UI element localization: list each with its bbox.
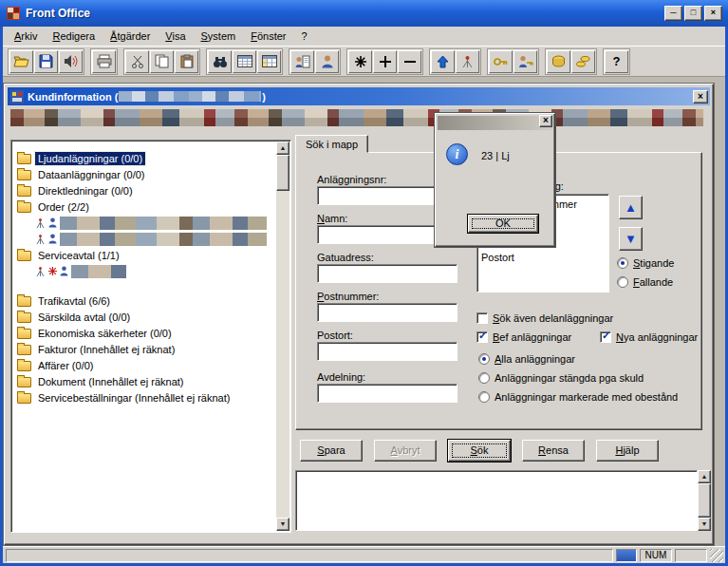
save-button[interactable] [34, 50, 58, 73]
toolbar-group-file [8, 48, 84, 75]
menu-atgarder[interactable]: Åtgärder [103, 28, 158, 45]
help-button[interactable]: ? [605, 50, 628, 73]
tree-item-order[interactable]: Order (2/2) [14, 198, 273, 215]
tree-item-servicebestallningar[interactable]: Servicebeställningar (Innehållet ej räkn… [14, 389, 273, 406]
remove-button[interactable] [398, 50, 421, 73]
menu-fonster[interactable]: Fönster [243, 28, 293, 45]
customer-card-button[interactable] [290, 50, 314, 73]
copy-icon [155, 54, 169, 68]
folder-icon [17, 296, 31, 307]
columns-icon [262, 55, 277, 67]
radio-fallande[interactable]: Fallande [617, 276, 673, 288]
avdelning-input[interactable] [317, 384, 457, 403]
folder-icon [17, 361, 31, 371]
menu-arkiv[interactable]: Arkiv [7, 28, 45, 45]
front-office-window: Front Office ─ □ × Arkiv Redigera Åtgärd… [0, 0, 728, 566]
new-item-button[interactable] [348, 50, 372, 73]
postnummer-input[interactable] [317, 303, 457, 322]
hjalp-button[interactable]: Hjälp [596, 440, 659, 462]
paste-button[interactable] [175, 50, 198, 73]
tree-item-fakturor[interactable]: Fakturor (Innehållet ej räknat) [14, 341, 273, 357]
check-icon: ✓ [478, 330, 487, 342]
toolbar-group-customer [289, 48, 341, 75]
minimize-button[interactable]: ─ [664, 6, 682, 21]
table-view-button[interactable] [233, 50, 256, 73]
scroll-thumb[interactable] [698, 483, 711, 518]
rensa-button[interactable]: Rensa [522, 440, 585, 462]
sort-move-up-button[interactable]: ▲ [619, 196, 643, 219]
tree-item-sarskilda-avtal[interactable]: Särskilda avtal (0/0) [14, 309, 273, 325]
sok-button[interactable]: Sök [448, 440, 511, 462]
resize-grip[interactable] [710, 549, 723, 562]
checkbox-delanlaggningar[interactable]: ✓ Sök även delanläggningar [476, 312, 613, 324]
radio-alla-anlaggningar[interactable]: Alla anläggningar [478, 353, 575, 365]
maximize-button[interactable]: □ [684, 6, 702, 21]
payment-button[interactable] [571, 50, 595, 73]
scroll-up-button[interactable]: ▲ [276, 142, 289, 155]
toolbar-group-help: ? [603, 48, 630, 75]
move-up-button[interactable] [431, 50, 455, 73]
tree-item-trafikavtal[interactable]: Trafikavtal (6/6) [14, 292, 273, 309]
dialog-close-button[interactable]: × [539, 115, 552, 127]
checkbox-nya-anlaggningar[interactable]: ✓ Nya anläggningar [600, 331, 698, 343]
results-scrollbar[interactable]: ▲ ▼ [698, 470, 711, 531]
spara-button[interactable]: Spara [300, 440, 363, 462]
menu-redigera[interactable]: Redigera [45, 28, 103, 45]
scroll-down-button[interactable]: ▼ [276, 518, 289, 531]
key-button[interactable] [489, 50, 513, 73]
gatuadress-input[interactable] [317, 264, 457, 283]
tree-item-direktledningar[interactable]: Direktledningar (0/0) [14, 182, 273, 198]
radio-anlaggningar-stangda[interactable]: Anläggningar stängda pga skuld [478, 372, 644, 384]
child-close-button[interactable]: × [693, 90, 708, 104]
copy-button[interactable] [150, 50, 174, 73]
cut-button[interactable] [125, 50, 149, 73]
sort-move-down-button[interactable]: ▼ [619, 227, 643, 251]
coins-button[interactable] [547, 50, 570, 73]
column-view-button[interactable] [257, 50, 281, 73]
person-icon [48, 217, 57, 228]
dialog-ok-button[interactable]: OK [468, 215, 538, 233]
menu-help[interactable]: ? [294, 28, 315, 45]
order-child-row[interactable] [35, 231, 273, 247]
avbryt-button[interactable]: Avbryt [374, 440, 437, 462]
scroll-up-button[interactable]: ▲ [698, 470, 711, 483]
menubar: Arkiv Redigera Åtgärder Visa System Föns… [3, 27, 725, 47]
tree-item-ekonomiska-sakerheter[interactable]: Ekonomiska säkerheter (0/0) [14, 325, 273, 341]
results-pane [295, 470, 698, 531]
avdelning-label: Avdelning: [317, 371, 365, 383]
order-children [35, 215, 273, 247]
add-button[interactable] [373, 50, 397, 73]
tree-scrollbar[interactable]: ▲ ▼ [276, 142, 289, 531]
user-button[interactable] [315, 50, 339, 73]
radio-anlaggningar-obestand[interactable]: Anläggningar markerade med obestånd [478, 391, 678, 403]
find-button[interactable] [208, 50, 232, 73]
postort-input[interactable] [317, 342, 457, 361]
radio-stigande[interactable]: Stigande [617, 257, 674, 269]
namn-label: Namn: [317, 213, 347, 224]
postnummer-label: Postnummer: [317, 291, 379, 302]
menu-visa[interactable]: Visa [158, 28, 193, 45]
tree-item-ljudanlaggningar[interactable]: Ljudanläggningar (0/0) [14, 150, 273, 166]
menu-system[interactable]: System [194, 28, 244, 45]
folder-icon [17, 329, 31, 339]
checkbox-bef-anlaggningar[interactable]: ✓ Bef anläggningar [476, 331, 571, 343]
scroll-down-button[interactable]: ▼ [698, 518, 711, 531]
tree-item-serviceavtal[interactable]: Serviceavtal (1/1) [14, 247, 273, 263]
radio-circle [617, 257, 628, 269]
user-key-button[interactable] [513, 50, 537, 73]
serviceavtal-child-row[interactable] [35, 263, 273, 279]
print-button[interactable] [92, 50, 116, 73]
tree-item-affarer[interactable]: Affärer (0/0) [14, 357, 273, 373]
order-child-row[interactable] [35, 215, 273, 231]
save-icon [39, 54, 53, 68]
tree-item-dataanlaggningar[interactable]: Dataanläggningar (0/0) [14, 166, 273, 182]
scroll-thumb[interactable] [276, 155, 289, 191]
audio-button[interactable] [59, 50, 83, 73]
tree-item-dokument[interactable]: Dokument (Innehållet ej räknat) [14, 373, 273, 389]
coins-icon [551, 55, 566, 67]
close-button[interactable]: × [704, 6, 722, 21]
tab-sok-i-mapp[interactable]: Sök i mapp [295, 135, 368, 153]
connection-button[interactable] [456, 50, 479, 73]
sort-item[interactable]: Postort [481, 252, 514, 263]
open-folder-button[interactable] [9, 50, 33, 73]
